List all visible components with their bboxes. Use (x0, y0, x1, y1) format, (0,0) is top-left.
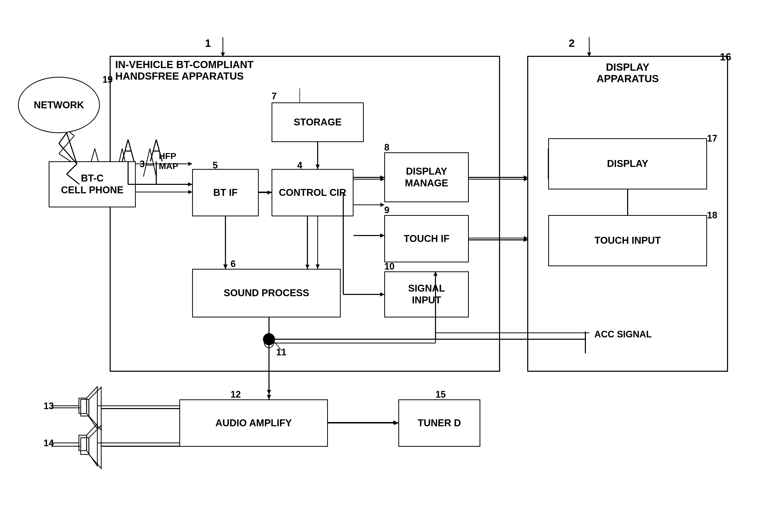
svg-marker-108 (394, 421, 398, 425)
svg-point-101 (263, 334, 275, 345)
svg-marker-42 (316, 265, 320, 269)
tuner-d-block: TUNER D (398, 399, 480, 447)
audio-amplify-block: AUDIO AMPLIFY (179, 399, 328, 447)
storage-block: STORAGE (272, 102, 364, 142)
display-manage-block: DISPLAYMANAGE (384, 152, 469, 202)
control-cir-label: CONTROL CIR (279, 187, 346, 199)
speaker-14-ref: 14 (44, 438, 54, 449)
touch-input-label: TOUCH INPUT (594, 235, 661, 246)
main-box-ref: 1 (205, 37, 211, 49)
svg-marker-40 (224, 265, 227, 269)
bt-if-ref: 5 (213, 160, 218, 171)
display-label: DISPLAY (607, 158, 648, 170)
touch-input-ref: 18 (707, 210, 717, 221)
display-apparatus-ref: 2 (569, 37, 575, 49)
network-ref: 19 (103, 74, 113, 85)
svg-marker-16 (188, 162, 192, 166)
bt-cell-phone-block: BT-CCELL PHONE (49, 161, 136, 208)
tuner-d-ref: 15 (436, 389, 446, 400)
sound-process-ref: 6 (230, 259, 236, 269)
touch-input-block: TOUCH INPUT (548, 215, 707, 266)
svg-marker-86 (380, 175, 384, 180)
ref-11-label: 11 (276, 347, 287, 358)
svg-marker-33 (380, 234, 384, 238)
tuner-d-label: TUNER D (418, 417, 461, 429)
audio-amplify-ref: 12 (230, 389, 241, 400)
svg-marker-49 (87, 387, 97, 429)
svg-line-7 (59, 136, 74, 154)
audio-amplify-label: AUDIO AMPLIFY (215, 417, 292, 429)
signal-input-label: SIGNALINPUT (408, 283, 445, 306)
touch-if-block: TOUCH IF (384, 215, 469, 263)
speaker-13-ref: 13 (44, 401, 54, 411)
bt-cell-phone-label: BT-CCELL PHONE (61, 173, 124, 196)
svg-line-67 (59, 143, 77, 164)
svg-line-72 (122, 140, 128, 161)
svg-marker-35 (524, 177, 528, 181)
svg-marker-5 (587, 52, 591, 57)
svg-marker-91 (380, 293, 384, 296)
svg-rect-109 (81, 399, 89, 416)
svg-rect-113 (81, 438, 89, 455)
svg-marker-84 (316, 165, 320, 169)
signal-input-block: SIGNALINPUT (384, 271, 469, 318)
svg-point-44 (264, 338, 274, 348)
svg-line-73 (128, 140, 134, 161)
svg-marker-97 (224, 265, 227, 269)
display-apparatus-ref-label: 16 (720, 51, 731, 63)
svg-marker-3 (221, 52, 225, 57)
hfp-map-label: HFPMAP (159, 151, 178, 171)
svg-marker-114 (89, 426, 101, 468)
svg-rect-51 (79, 435, 87, 451)
svg-marker-45 (267, 390, 271, 394)
storage-ref: 7 (272, 91, 277, 102)
display-apparatus-title: DISPLAYAPPARATUS (533, 62, 722, 84)
network-block: NETWORK (18, 77, 100, 133)
touch-if-ref: 9 (384, 205, 389, 215)
acc-signal-label: ACC SIGNAL (594, 329, 652, 340)
display-ref: 17 (707, 133, 717, 144)
svg-marker-103 (267, 395, 271, 399)
signal-input-ref: 10 (384, 261, 395, 272)
sound-process-label: SOUND PROCESS (224, 287, 309, 299)
main-box-title: IN-VEHICLE BT-COMPLIANT HANDSFREE APPARA… (115, 59, 254, 82)
svg-marker-99 (305, 265, 310, 269)
svg-marker-82 (267, 190, 272, 195)
sound-process-block: SOUND PROCESS (192, 269, 341, 318)
svg-line-65 (67, 133, 77, 164)
svg-rect-48 (79, 398, 87, 413)
network-label: NETWORK (34, 99, 84, 111)
svg-rect-1 (528, 56, 728, 371)
display-manage-label: DISPLAYMANAGE (405, 166, 448, 189)
svg-marker-52 (87, 424, 97, 466)
display-block: DISPLAY (548, 138, 707, 189)
svg-line-13 (150, 149, 156, 177)
svg-marker-47 (393, 420, 397, 425)
svg-marker-95 (524, 238, 528, 242)
display-manage-ref: 8 (384, 142, 389, 153)
bt-cell-phone-ref: 3 (139, 159, 145, 169)
svg-marker-23 (188, 190, 192, 194)
bt-if-block: BT IF (192, 169, 259, 216)
touch-if-label: TOUCH IF (404, 233, 450, 245)
svg-marker-71 (188, 182, 192, 186)
storage-label: STORAGE (293, 117, 342, 128)
svg-marker-31 (380, 203, 384, 207)
svg-marker-88 (380, 234, 384, 238)
svg-marker-93 (524, 175, 528, 180)
svg-marker-37 (524, 236, 528, 240)
svg-marker-110 (89, 387, 101, 430)
svg-line-77 (150, 140, 156, 161)
control-cir-ref: 4 (297, 160, 302, 171)
control-cir-block: CONTROL CIR (272, 169, 353, 216)
bt-if-label: BT IF (213, 187, 238, 199)
svg-marker-29 (380, 177, 384, 181)
svg-line-66 (59, 133, 67, 143)
